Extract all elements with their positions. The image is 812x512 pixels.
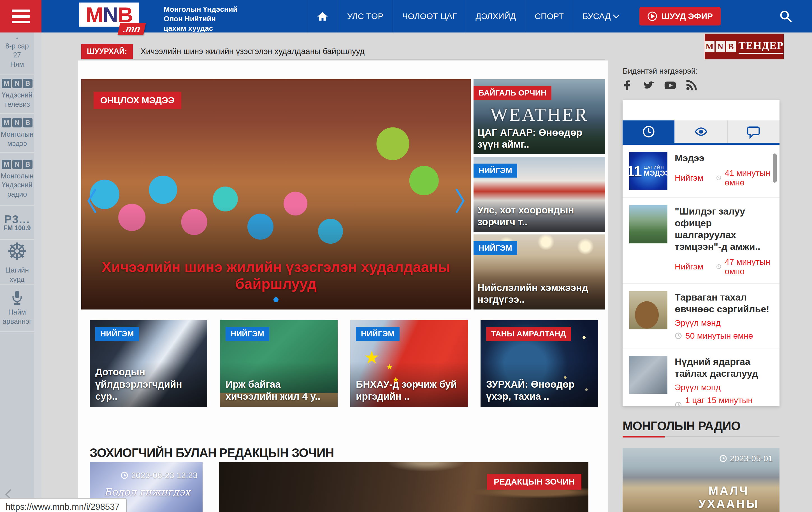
news-card-horoscope[interactable]: ТАНЫ АМРАЛТАНД ЗУРХАЙ: Өнөөдөр үхэр, тах… bbox=[481, 320, 598, 407]
news-list-item[interactable]: Нүдний ядаргаа тайлах дасгалууд Эрүүл мэ… bbox=[622, 349, 780, 406]
side-story-bus-terminal[interactable]: НИЙГЭМ Улс, хот хоорондын зорчигч т.. bbox=[473, 157, 605, 232]
clock-icon bbox=[716, 263, 721, 270]
sidebar-item-radio-811[interactable]: Наймарваннэг bbox=[0, 284, 34, 332]
nav-sport[interactable]: СПОРТ bbox=[525, 0, 573, 32]
news-category[interactable]: Эрүүл мэнд bbox=[675, 318, 721, 328]
sidebar-item-national-tv[interactable]: MNB Үндэснийтелевиз bbox=[0, 74, 34, 114]
header: MNB .mn Монголын Үндэсний Олон Нийтийн ц… bbox=[0, 0, 812, 32]
news-card-school-year[interactable]: НИЙГЭМ Ирж байгаа хичээлийн жил 4 у.. bbox=[220, 320, 338, 407]
twitter-icon[interactable] bbox=[642, 79, 655, 91]
divider-accent bbox=[622, 436, 665, 438]
clock-icon bbox=[120, 472, 128, 479]
sidebar-item-mongolian-news[interactable]: MNB Монголынмэдээ bbox=[0, 114, 34, 153]
card-title[interactable]: БНХАУ-д зорчиж буй иргэдийн .. bbox=[356, 378, 464, 403]
panel-scrollbar[interactable] bbox=[773, 153, 777, 183]
news-time: 41 минутын өмнө bbox=[716, 168, 773, 187]
news-category[interactable]: Нийгэм bbox=[675, 262, 703, 271]
card-badge: НИЙГЭМ bbox=[356, 327, 400, 341]
radio-program-card[interactable]: 2023-05-01 МАЛЧ УХААНЫ ТОВЧООН bbox=[622, 448, 780, 512]
carousel-dot[interactable] bbox=[273, 297, 279, 302]
play-icon bbox=[647, 11, 657, 21]
news-list-item[interactable]: "Шилдэг залуу офицер шалгаруулах тэмцээн… bbox=[622, 198, 780, 284]
nav-world[interactable]: ДЭЛХИЙД bbox=[466, 0, 525, 32]
flag-star-icon: ★ bbox=[364, 347, 380, 368]
article-timestamp: 2023-08-23 12:23 bbox=[120, 471, 198, 480]
breaking-news-bar: ШУУРХАЙ: Хичээлийн шинэ жилийн үзэсгэлэн… bbox=[81, 44, 605, 59]
sidebar-item-wheel-of-time[interactable]: ☸ Цагийн хүрд bbox=[0, 240, 34, 284]
weather-image-text: WEATHER bbox=[473, 104, 605, 125]
news-tabs bbox=[622, 120, 780, 145]
logo-letter-n: N bbox=[103, 2, 118, 27]
sidebar-item-p3-fm[interactable]: P3... FM 100.9 bbox=[0, 206, 34, 240]
tab-latest[interactable] bbox=[622, 120, 674, 143]
editorial-guest-card[interactable]: РЕДАКЦЫН ЗОЧИН bbox=[219, 462, 588, 512]
news-item-title[interactable]: "Шилдэг залуу офицер шалгаруулах тэмцээн… bbox=[675, 205, 773, 253]
search-button[interactable] bbox=[779, 9, 792, 23]
hamburger-menu-button[interactable] bbox=[0, 0, 41, 32]
card-title[interactable]: Ирж байгаа хичээлийн жил 4 у.. bbox=[226, 378, 334, 403]
sidebar-item-national-radio[interactable]: MNB МонголынҮндэснийрадио bbox=[0, 153, 34, 206]
tender-banner[interactable]: MNB ТЕНДЕР bbox=[705, 34, 784, 59]
rss-icon[interactable] bbox=[685, 79, 698, 91]
card-title[interactable]: ЗУРХАЙ: Өнөөдөр үхэр, тахиа .. bbox=[486, 378, 594, 403]
live-broadcast-button[interactable]: ШУУД ЭФИР bbox=[639, 7, 721, 26]
comment-icon bbox=[746, 124, 761, 139]
hero-carousel[interactable]: ОНЦЛОХ МЭДЭЭ Хичээлийн шинэ жилийн үзэсг… bbox=[81, 79, 471, 309]
card-badge: НИЙГЭМ bbox=[95, 327, 139, 341]
tender-mnb-logo-icon: MNB bbox=[705, 41, 736, 52]
radio-card-caption: МАЛЧ УХААНЫ ТОВЧООН bbox=[694, 484, 763, 512]
left-sidebar: 8-р сар 27Ням MNB Үндэснийтелевиз MNB Мо… bbox=[0, 32, 41, 512]
news-list-item[interactable]: Тарваган тахал өвчнөөс сэргийлье! Эрүүл … bbox=[622, 284, 780, 349]
chevron-left-icon bbox=[86, 188, 97, 214]
news-category[interactable]: Нийгэм bbox=[675, 173, 703, 183]
news-card-uniforms[interactable]: НИЙГЭМ Дотоодын үйлдвэрлэгчдийн сур.. bbox=[90, 320, 207, 407]
story-badge: БАЙГАЛЬ ОРЧИН bbox=[473, 86, 551, 100]
editorial-badge: РЕДАКЦЫН ЗОЧИН bbox=[487, 474, 581, 490]
hero-title[interactable]: Хичээлийн шинэ жилийн үзэсгэлэн худалдаа… bbox=[92, 259, 460, 292]
divider bbox=[81, 59, 605, 60]
clock-icon bbox=[675, 401, 682, 406]
news-item-title[interactable]: Нүдний ядаргаа тайлах дасгалууд bbox=[675, 356, 773, 379]
mnb-radio-logo-icon: MNB bbox=[2, 160, 32, 169]
nav-home[interactable] bbox=[307, 0, 338, 32]
author-section-heading: ЗОХИОГЧИЙН БУЛАН bbox=[90, 446, 216, 460]
story-title[interactable]: Улс, хот хоорондын зорчигч т.. bbox=[477, 204, 603, 228]
news-time: 47 минутын өмнө bbox=[716, 257, 773, 276]
news-list-item[interactable]: 11 ЦАГИЙНМЭДЭЭ Мэдээ Нийгэм 41 минутын ө… bbox=[622, 145, 780, 198]
microphone-icon bbox=[10, 290, 24, 305]
story-title[interactable]: ЦАГ АГААР: Өнөөдөр зүүн аймг.. bbox=[477, 127, 603, 150]
breaking-badge: ШУУРХАЙ: bbox=[81, 44, 133, 59]
eye-icon bbox=[693, 125, 709, 138]
youtube-icon[interactable] bbox=[664, 79, 677, 91]
news-category[interactable]: Эрүүл мэнд bbox=[675, 383, 721, 392]
p3-fm-logo-icon: P3... FM 100.9 bbox=[3, 214, 31, 231]
side-story-city-council[interactable]: НИЙГЭМ Нийслэлийн хэмжээнд нэгдүгээ.. bbox=[473, 235, 605, 309]
story-title[interactable]: Нийслэлийн хэмжээнд нэгдүгээ.. bbox=[477, 282, 603, 306]
news-card-china-travel[interactable]: ★ ★ ★ НИЙГЭМ БНХАУ-д зорчиж буй иргэдийн… bbox=[350, 320, 468, 407]
breaking-headline[interactable]: Хичээлийн шинэ жилийн үзэсгэлэн худалдаа… bbox=[141, 47, 365, 56]
facebook-icon[interactable] bbox=[622, 79, 634, 91]
nav-leisure[interactable]: ЧӨЛӨӨТ ЦАГ bbox=[393, 0, 466, 32]
carousel-prev-button[interactable] bbox=[86, 188, 97, 214]
flag-star-icon: ★ bbox=[386, 362, 393, 371]
card-badge: ТАНЫ АМРАЛТАНД bbox=[486, 327, 571, 341]
news-item-title[interactable]: Мэдээ bbox=[675, 152, 773, 164]
card-badge: НИЙГЭМ bbox=[226, 327, 269, 341]
sidebar-item-calendar[interactable]: 8-р сар 27Ням bbox=[0, 32, 34, 74]
side-story-weather[interactable]: WEATHER БАЙГАЛЬ ОРЧИН ЦАГ АГААР: Өнөөдөр… bbox=[473, 79, 605, 154]
carousel-next-button[interactable] bbox=[455, 188, 466, 214]
chevron-down-icon bbox=[613, 12, 619, 19]
card-title[interactable]: Дотоодын үйлдвэрлэгчдийн сур.. bbox=[95, 366, 203, 402]
nav-politics[interactable]: УЛС ТӨР bbox=[338, 0, 393, 32]
tab-most-commented[interactable] bbox=[727, 120, 780, 143]
news-item-title[interactable]: Тарваган тахал өвчнөөс сэргийлье! bbox=[675, 291, 773, 315]
sidebar-edge bbox=[34, 32, 41, 512]
social-icons bbox=[622, 79, 698, 91]
nav-other[interactable]: БУСАД bbox=[573, 0, 628, 32]
editorial-section-heading: РЕДАКЦЫН ЗОЧИН bbox=[219, 446, 334, 460]
story-badge: НИЙГЭМ bbox=[473, 163, 517, 178]
news-time: 1 цаг 15 минутын өмнө bbox=[675, 395, 773, 406]
site-tagline: Монголын Үндэсний Олон Нийтийн цахим хуу… bbox=[164, 5, 237, 33]
tab-most-viewed[interactable] bbox=[674, 120, 727, 143]
search-icon bbox=[779, 9, 792, 23]
